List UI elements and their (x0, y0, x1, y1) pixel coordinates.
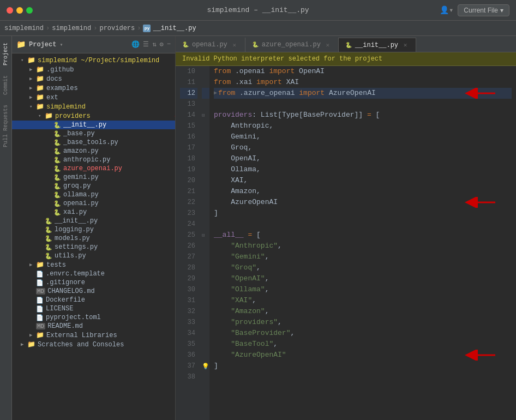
code-line-19: Ollama, (214, 164, 512, 175)
code-line-31: "XAI", (214, 295, 512, 306)
tree-item-dockerfile[interactable]: 📄 Dockerfile (12, 296, 175, 304)
tree-item-envrc[interactable]: 📄 .envrc.template (12, 269, 175, 278)
list-icon[interactable]: ☰ (143, 40, 149, 49)
tab-py-icon: 🐍 (182, 41, 189, 48)
tree-item-docs[interactable]: ▶ 📁 docs (12, 74, 175, 83)
py-file-icon: 🐍 (53, 183, 61, 190)
tree-item-license[interactable]: 📄 LICENSE (12, 304, 175, 313)
py-file-icon: 🐍 (53, 130, 61, 137)
tree-item-models-py[interactable]: 🐍 models.py (12, 234, 175, 243)
tree-item-init-py[interactable]: 🐍 __init__.py (12, 121, 175, 129)
maximize-button[interactable] (26, 7, 33, 14)
tree-item-azure-openai-py[interactable]: 🐍 azure_openai.py (12, 164, 175, 173)
tree-item-gitignore[interactable]: 📄 .gitignore (12, 278, 175, 287)
current-file-button[interactable]: Current File ▾ (458, 4, 509, 16)
breadcrumb: simplemind › simplemind › providers › py… (0, 21, 516, 36)
title-bar-right: 👤▾ Current File ▾ (440, 4, 509, 16)
tree-item-ollama-py[interactable]: 🐍 ollama.py (12, 190, 175, 199)
tree-item-examples[interactable]: ▶ 📁 examples (12, 83, 175, 93)
window-title: simplemind – __init__.py (207, 6, 309, 14)
py-file-icon: 🐍 (53, 139, 61, 146)
tree-item-settings-py[interactable]: 🐍 settings.py (12, 243, 175, 251)
close-panel-icon[interactable]: − (167, 40, 171, 49)
scratches-icon: 📁 (27, 340, 35, 349)
root-label: simplemind ~/Project/simplemind (38, 57, 159, 64)
py-file-warning-icon: 🐍 (53, 165, 61, 172)
tab-init-py[interactable]: 🐍 __init__.py ✕ (339, 38, 416, 52)
folder-icon: 📁 (36, 93, 44, 101)
tree-item-xai-py[interactable]: 🐍 xai.py (12, 208, 175, 217)
py-file-icon: 🐍 (53, 200, 61, 207)
tree-item-amazon-py[interactable]: 🐍 amazon.py (12, 147, 175, 155)
sidebar-tab-project[interactable]: Project (1, 38, 10, 70)
code-line-17: Groq, (214, 142, 512, 153)
folder-icon: 📁 (36, 261, 44, 269)
code-line-27: "Gemini", (214, 251, 512, 262)
settings-icon[interactable]: ⚙ (160, 40, 164, 49)
breadcrumb-item-3[interactable]: providers (99, 25, 135, 32)
account-icon[interactable]: 👤▾ (440, 5, 453, 15)
code-content[interactable]: from .openai import OpenAI from .xai imp… (209, 66, 516, 420)
tree-item-simplemind[interactable]: ▾ 📁 simplemind (12, 102, 175, 111)
panel-icons: 🌐 ☰ ⇅ ⚙ − (131, 40, 171, 49)
tab-azure-openai-py[interactable]: 🐍 azure_openai.py ✕ (245, 38, 339, 52)
py-file-icon: py (143, 25, 151, 32)
breadcrumb-active: py __init__.py (143, 25, 196, 32)
sidebar-tab-commit[interactable]: Commit (1, 71, 10, 99)
tree-item-ext[interactable]: ▶ 📁 ext (12, 93, 175, 102)
tree-item-pyproject[interactable]: 📄 pyproject.toml (12, 313, 175, 322)
tab-close-button[interactable]: ✕ (324, 41, 332, 49)
tab-openai-py[interactable]: 🐍 openai.py ✕ (176, 38, 245, 52)
globe-icon[interactable]: 🌐 (131, 40, 140, 49)
tab-py-icon: 🐍 (345, 42, 352, 49)
tree-item-tests[interactable]: ▶ 📁 tests (12, 260, 175, 269)
tree-item-changelog[interactable]: MD CHANGELOG.md (12, 287, 175, 296)
tree-item-gemini-py[interactable]: 🐍 gemini.py (12, 173, 175, 182)
tree-item-scratches-consoles[interactable]: ▶ 📁 Scratches and Consoles (12, 340, 175, 349)
tree-item-utils-py[interactable]: 🐍 utils.py (12, 251, 175, 260)
tab-close-button[interactable]: ✕ (231, 41, 238, 49)
file-icon: 📄 (36, 314, 44, 321)
minimize-button[interactable] (16, 7, 23, 14)
tree-item-external-libraries[interactable]: ▶ 📁 External Libraries (12, 331, 175, 340)
tree-item-anthropic-py[interactable]: 🐍 anthropic.py (12, 155, 175, 164)
tree-root[interactable]: ▾ 📁 simplemind ~/Project/simplemind (12, 56, 175, 65)
panel-dropdown-icon[interactable]: ▾ (59, 41, 63, 48)
file-tree-panel: 📁 Project ▾ 🌐 ☰ ⇅ ⚙ − ▾ 📁 simplemind ~/P… (12, 36, 176, 420)
code-line-13 (214, 99, 512, 110)
tree-item-readme[interactable]: MD README.md (12, 322, 175, 331)
code-line-21: Amazon, (214, 186, 512, 197)
fold-icon-25[interactable]: ⊟ (202, 230, 209, 241)
sort-icon[interactable]: ⇅ (152, 40, 156, 49)
tree-item-github[interactable]: ▶ 📁 .github (12, 65, 175, 74)
tree-item-openai-py[interactable]: 🐍 openai.py (12, 199, 175, 208)
code-line-25: __all__ = [ (214, 230, 512, 241)
tree-item-simplemind-init-py[interactable]: 🐍 __init__.py (12, 217, 175, 225)
py-file-icon: 🐍 (45, 235, 52, 242)
code-line-23: ] (214, 208, 512, 219)
py-file-icon: 🐍 (53, 157, 61, 164)
close-button[interactable] (7, 7, 13, 14)
scratches-label: Scratches and Consoles (38, 341, 124, 349)
root-folder-icon: 📁 (27, 56, 35, 64)
tree-item-logging-py[interactable]: 🐍 logging.py (12, 225, 175, 234)
bulb-icon-37[interactable]: 💡 (202, 361, 209, 371)
sidebar-tab-pull-requests[interactable]: Pull Requests (1, 100, 10, 152)
tree-item-groq-py[interactable]: 🐍 groq.py (12, 182, 175, 190)
tree-item-providers[interactable]: ▾ 📁 providers (12, 111, 175, 121)
tab-close-button[interactable]: ✕ (401, 41, 409, 49)
fold-icon-14[interactable]: ⊟ (202, 110, 209, 121)
tree-item-base-py[interactable]: 🐍 _base.py (12, 129, 175, 138)
code-line-22: AzureOpenAI (214, 197, 512, 208)
tree-item-base-tools-py[interactable]: 🐍 _base_tools.py (12, 138, 175, 147)
code-line-18: OpenAI, (214, 153, 512, 164)
folder-icon: 📁 (36, 103, 44, 111)
breadcrumb-item-1[interactable]: simplemind (4, 25, 44, 32)
file-icon: 📄 (36, 297, 44, 304)
folder-icon: 📁 (36, 65, 44, 74)
code-line-33: "providers", (214, 317, 512, 328)
breadcrumb-item-2[interactable]: simplemind (52, 25, 91, 32)
code-editor: 10 11 12 13 14 15 16 17 18 19 20 21 22 2… (176, 66, 516, 420)
editor-tabs: 🐍 openai.py ✕ 🐍 azure_openai.py ✕ 🐍 __in… (176, 36, 516, 52)
code-line-16: Gemini, (214, 131, 512, 142)
